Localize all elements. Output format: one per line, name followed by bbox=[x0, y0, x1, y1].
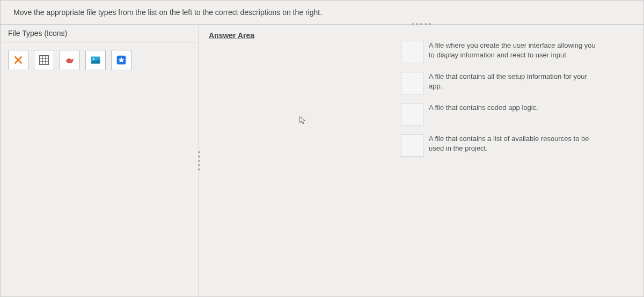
gallery-icon bbox=[90, 54, 101, 66]
cursor-icon bbox=[298, 116, 307, 126]
app-icon bbox=[115, 54, 127, 66]
panel-resize-handle-horizontal[interactable] bbox=[412, 23, 431, 25]
drop-target-1[interactable] bbox=[401, 41, 423, 63]
answer-description: A file where you create the user interfa… bbox=[429, 41, 601, 60]
grid-icon bbox=[38, 54, 50, 66]
drop-target-3[interactable] bbox=[401, 103, 423, 125]
draggable-icon-app[interactable] bbox=[111, 50, 131, 70]
icons-row bbox=[1, 42, 199, 78]
answer-rows: A file where you create the user interfa… bbox=[401, 41, 601, 157]
draggable-icon-grid[interactable] bbox=[34, 50, 54, 70]
drop-target-4[interactable] bbox=[401, 134, 423, 157]
answer-row: A file that contains all the setup infor… bbox=[401, 72, 601, 94]
answer-row: A file that contains a list of available… bbox=[401, 134, 601, 157]
answer-area-panel: Answer Area A file where you create the … bbox=[199, 25, 643, 296]
x-icon bbox=[12, 54, 24, 66]
draggable-icon-bird[interactable] bbox=[60, 50, 80, 70]
file-types-panel: File Types (Icons) bbox=[1, 25, 199, 296]
answer-row: A file that contains coded app logic. bbox=[401, 103, 601, 125]
instruction-header: Move the appropriate file types from the… bbox=[1, 1, 643, 25]
main-layout: File Types (Icons) bbox=[1, 25, 643, 296]
svg-point-5 bbox=[71, 58, 72, 60]
answer-description: A file that contains a list of available… bbox=[429, 134, 601, 153]
svg-point-7 bbox=[93, 58, 94, 60]
draggable-icon-x[interactable] bbox=[8, 50, 28, 70]
draggable-icon-gallery[interactable] bbox=[85, 50, 106, 70]
bird-icon bbox=[64, 54, 76, 66]
file-types-title: File Types (Icons) bbox=[1, 25, 199, 42]
drag-drop-question: Move the appropriate file types from the… bbox=[0, 0, 644, 297]
answer-description: A file that contains all the setup infor… bbox=[429, 72, 601, 91]
instruction-text: Move the appropriate file types from the… bbox=[13, 8, 322, 17]
answer-description: A file that contains coded app logic. bbox=[429, 103, 601, 113]
drop-target-2[interactable] bbox=[401, 72, 423, 94]
svg-rect-0 bbox=[40, 56, 49, 65]
answer-row: A file where you create the user interfa… bbox=[401, 41, 601, 63]
